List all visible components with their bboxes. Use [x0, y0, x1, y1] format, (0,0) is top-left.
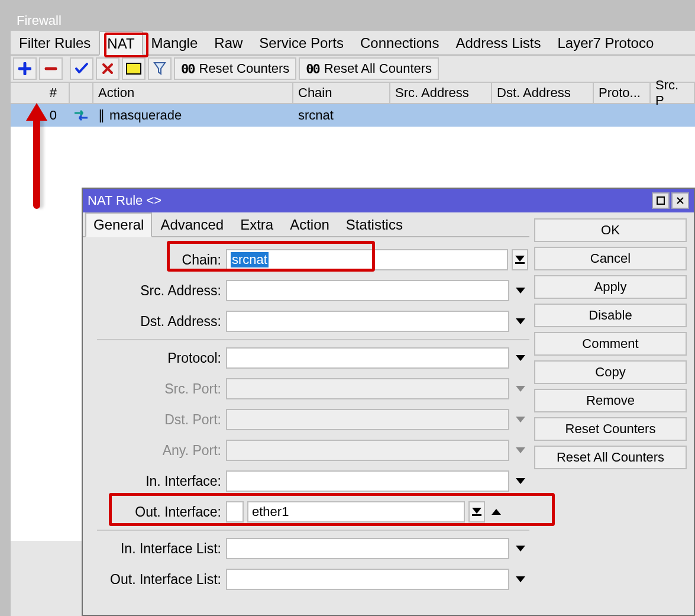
- cell-src: [390, 104, 492, 127]
- col-action[interactable]: Action: [93, 83, 293, 103]
- dialog-tabs: General Advanced Extra Action Statistics: [83, 212, 529, 237]
- close-icon: [676, 196, 684, 205]
- ok-button[interactable]: OK: [534, 218, 687, 242]
- funnel-icon: [153, 62, 166, 76]
- reset-counters-label: Reset Counters: [199, 61, 290, 76]
- outifacel-label: Out. Interface List:: [85, 572, 226, 588]
- cell-chain: srcnat: [293, 104, 390, 127]
- reset-all-counters-button[interactable]: 00 Reset All Counters: [299, 57, 439, 80]
- inifacel-input[interactable]: [226, 538, 509, 559]
- tab-connections[interactable]: Connections: [352, 31, 447, 54]
- tab-service-ports[interactable]: Service Ports: [251, 31, 352, 54]
- apply-button[interactable]: Apply: [534, 275, 687, 299]
- inifacel-expand[interactable]: [513, 538, 528, 559]
- tab-raw[interactable]: Raw: [206, 31, 251, 54]
- cell-index: 0: [11, 104, 70, 127]
- comment-button[interactable]: [122, 57, 146, 80]
- separator: [97, 339, 529, 340]
- col-srcp[interactable]: Src. P: [651, 83, 695, 103]
- tab-extra[interactable]: Extra: [232, 212, 282, 236]
- outiface-dropdown[interactable]: [468, 501, 485, 523]
- col-src[interactable]: Src. Address: [390, 83, 492, 103]
- col-dst[interactable]: Dst. Address: [492, 83, 594, 103]
- tab-action[interactable]: Action: [282, 212, 338, 236]
- dstaddr-input[interactable]: [226, 311, 509, 332]
- dialog-titlebar[interactable]: NAT Rule <>: [83, 189, 694, 212]
- cancel-button[interactable]: Cancel: [534, 247, 687, 270]
- srcaddr-input[interactable]: [226, 280, 509, 301]
- iniface-input[interactable]: [226, 470, 509, 492]
- separator: [97, 530, 529, 531]
- chain-input[interactable]: srcnat: [226, 249, 508, 270]
- reset-all-counters-side[interactable]: Reset All Counters: [534, 446, 687, 469]
- note-icon: [126, 63, 141, 75]
- cell-srcp: [651, 104, 695, 127]
- remove-side-button[interactable]: Remove: [534, 389, 687, 412]
- square-icon: [657, 196, 665, 205]
- cell-action: ‖ masquerade: [93, 104, 293, 127]
- outifacel-expand[interactable]: [513, 569, 528, 590]
- protocol-expand[interactable]: [513, 347, 528, 369]
- dstport-expand: [513, 409, 528, 430]
- tab-mangle[interactable]: Mangle: [143, 31, 206, 54]
- srcport-expand: [513, 378, 528, 399]
- iniface-expand[interactable]: [513, 470, 528, 492]
- table-header: # Action Chain Src. Address Dst. Address…: [11, 82, 695, 104]
- tab-filter-rules[interactable]: Filter Rules: [11, 31, 99, 54]
- dialog-max-button[interactable]: [652, 192, 670, 209]
- outifacel-input[interactable]: [226, 569, 509, 590]
- nat-rule-dialog: NAT Rule <> General Advanced Extra Actio…: [82, 188, 695, 616]
- col-status[interactable]: [70, 83, 93, 103]
- anyport-expand: [513, 440, 528, 461]
- filter-button[interactable]: [148, 57, 172, 80]
- comment-side-button[interactable]: Comment: [534, 332, 687, 356]
- srcport-input: [226, 378, 509, 399]
- add-button[interactable]: [13, 57, 37, 80]
- plus-icon: [18, 62, 31, 75]
- minus-icon: [44, 62, 57, 75]
- col-index[interactable]: #: [11, 83, 70, 103]
- protocol-input[interactable]: [226, 347, 509, 369]
- iniface-label: In. Interface:: [85, 473, 226, 489]
- outiface-collapse[interactable]: [489, 501, 504, 523]
- tab-address-lists[interactable]: Address Lists: [447, 31, 549, 54]
- tab-nat[interactable]: NAT: [99, 31, 143, 56]
- anyport-input: [226, 440, 509, 461]
- svg-rect-0: [127, 63, 141, 74]
- reset-all-counters-label: Reset All Counters: [324, 61, 432, 76]
- dialog-form: Chain: srcnat Src. Address:: [83, 237, 529, 595]
- col-chain[interactable]: Chain: [293, 83, 390, 103]
- dstport-label: Dst. Port:: [85, 412, 226, 428]
- firewall-title: Firewall: [11, 11, 695, 31]
- tab-general[interactable]: General: [85, 212, 152, 237]
- reset-counters-side[interactable]: Reset Counters: [534, 417, 687, 441]
- outiface-negate[interactable]: [226, 501, 244, 523]
- tab-advanced[interactable]: Advanced: [152, 212, 232, 236]
- tab-layer7[interactable]: Layer7 Protoco: [549, 31, 662, 54]
- disable-side-button[interactable]: Disable: [534, 304, 687, 327]
- dstaddr-expand[interactable]: [513, 311, 528, 332]
- dstaddr-label: Dst. Address:: [85, 314, 226, 330]
- enable-button[interactable]: [70, 57, 93, 80]
- masquerade-icon: [73, 110, 89, 121]
- anyport-label: Any. Port:: [85, 443, 226, 459]
- remove-button[interactable]: [39, 57, 63, 80]
- dialog-close-button[interactable]: [671, 192, 689, 209]
- srcport-label: Src. Port:: [85, 381, 226, 397]
- srcaddr-expand[interactable]: [513, 280, 528, 301]
- counter-icon: 00: [181, 62, 195, 76]
- inifacel-label: In. Interface List:: [85, 541, 226, 557]
- table-row[interactable]: 0 ‖ masquerade srcnat: [11, 104, 695, 127]
- srcaddr-label: Src. Address:: [85, 283, 226, 299]
- outiface-input[interactable]: ether1: [247, 501, 465, 523]
- svg-rect-1: [657, 197, 664, 204]
- disable-button[interactable]: [96, 57, 119, 80]
- col-proto[interactable]: Proto...: [594, 83, 651, 103]
- tab-statistics[interactable]: Statistics: [338, 212, 411, 236]
- counter-icon: 00: [306, 62, 319, 76]
- outiface-label: Out. Interface:: [85, 504, 226, 520]
- copy-button[interactable]: Copy: [534, 360, 687, 384]
- reset-counters-button[interactable]: 00 Reset Counters: [174, 57, 296, 80]
- check-icon: [75, 62, 89, 75]
- chain-dropdown[interactable]: [512, 249, 528, 270]
